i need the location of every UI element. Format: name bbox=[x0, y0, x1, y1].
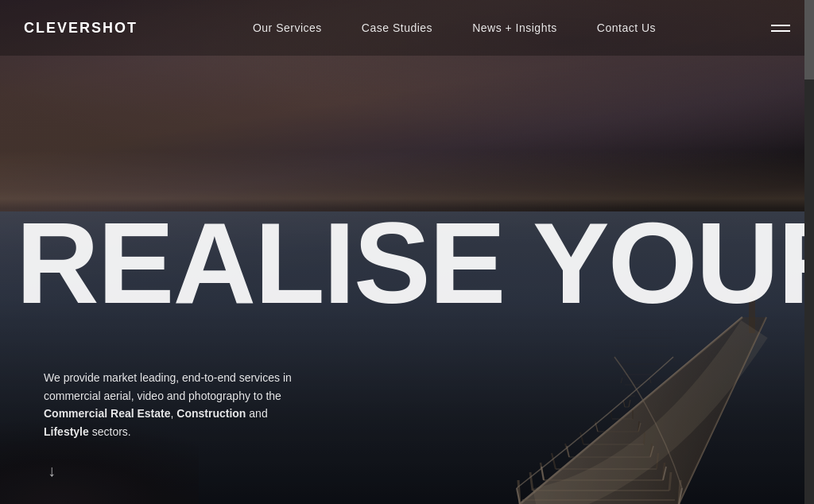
nav-links: Our Services Case Studies News + Insight… bbox=[253, 21, 656, 35]
scrollbar-thumb[interactable] bbox=[804, 0, 814, 79]
site-logo[interactable]: CLEVERSHOT bbox=[24, 20, 138, 37]
nav-our-services[interactable]: Our Services bbox=[253, 21, 322, 34]
hero-desc-end: sectors. bbox=[89, 425, 131, 438]
hero-headline-text: REALISE YOUR bbox=[16, 206, 798, 321]
hero-section: CLEVERSHOT Our Services Case Studies New… bbox=[0, 0, 814, 504]
hero-description: We provide market leading, end-to-end se… bbox=[44, 369, 298, 440]
hero-desc-bold2: Construction bbox=[176, 407, 246, 420]
hamburger-line-1 bbox=[771, 25, 790, 26]
nav-contact-us[interactable]: Contact Us bbox=[597, 21, 656, 34]
hero-desc-bold1: Commercial Real Estate bbox=[44, 407, 171, 420]
hero-desc-bold3: Lifestyle bbox=[44, 425, 89, 438]
scrollbar-track[interactable] bbox=[804, 0, 814, 504]
hamburger-menu-icon[interactable] bbox=[771, 25, 790, 32]
navbar: CLEVERSHOT Our Services Case Studies New… bbox=[0, 0, 814, 56]
hamburger-line-2 bbox=[771, 30, 790, 32]
hero-desc-plain: We provide market leading, end-to-end se… bbox=[44, 371, 292, 401]
hero-desc-conn2: and bbox=[246, 407, 267, 420]
hero-headline-container: REALISE YOUR bbox=[0, 206, 814, 321]
nav-case-studies[interactable]: Case Studies bbox=[362, 21, 432, 34]
scroll-down-arrow[interactable]: ↓ bbox=[48, 462, 56, 480]
nav-news-insights[interactable]: News + Insights bbox=[472, 21, 557, 34]
hero-description-text: We provide market leading, end-to-end se… bbox=[44, 369, 298, 440]
